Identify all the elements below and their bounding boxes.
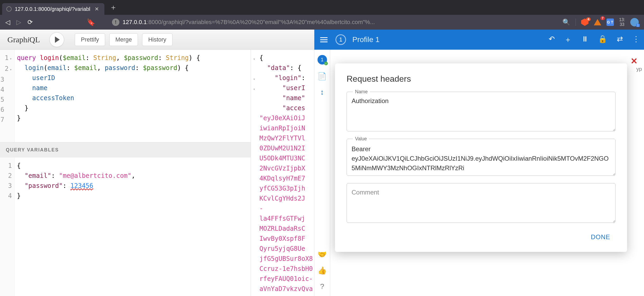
header-value-input[interactable] xyxy=(347,139,615,176)
name-label: Name xyxy=(353,89,370,95)
undo-icon[interactable]: ↶ xyxy=(549,35,555,45)
variables-code: { "email": "me@albertcito.com", "passwor… xyxy=(15,158,137,296)
done-button[interactable]: DONE xyxy=(586,230,615,244)
line-gutter: 1234 xyxy=(0,158,15,296)
add-icon[interactable]: ＋ xyxy=(564,35,572,45)
query-code: query login($email: String, $password: S… xyxy=(15,50,202,142)
divider xyxy=(576,18,576,26)
request-headers-modal: Request headers Name Value DONE xyxy=(335,63,627,252)
profile-number-badge: 1 xyxy=(335,34,346,45)
new-tab-button[interactable]: ＋ xyxy=(104,2,122,12)
help-icon[interactable]: ? xyxy=(320,282,324,291)
merge-button[interactable]: Merge xyxy=(109,33,138,46)
header-comment-input[interactable] xyxy=(347,183,615,223)
metamask-icon[interactable]: 7 xyxy=(594,19,601,25)
result-pane[interactable]: ▾▾▾ { "data": { "login": "userI "name" "… xyxy=(251,50,314,296)
menu-button[interactable] xyxy=(319,36,329,44)
close-icon[interactable]: ✕ xyxy=(631,56,638,66)
type-label: yp xyxy=(636,66,642,72)
variables-editor[interactable]: 1234 { "email": "me@albertcito.com", "pa… xyxy=(0,158,251,296)
url-bar[interactable]: ! 127.0.0.1:8000/graphiql/?variables=%7B… xyxy=(112,18,556,26)
bookmark-icon[interactable]: 🔖 xyxy=(87,18,95,26)
graphiql-logo: GraphiQL xyxy=(7,35,40,44)
value-label: Value xyxy=(353,136,369,142)
more-icon[interactable]: ⋮ xyxy=(632,35,640,45)
query-variables-header[interactable]: QUERY VARIABLES xyxy=(0,142,251,158)
globe-icon xyxy=(6,6,12,12)
translate-extension-icon[interactable]: G T xyxy=(606,18,614,26)
clock: 13: 33 xyxy=(619,17,625,27)
prettify-button[interactable]: Prettify xyxy=(75,33,105,46)
profile-avatar[interactable]: 1 xyxy=(630,18,639,26)
header-name-input[interactable] xyxy=(347,92,615,131)
profile-label[interactable]: Profile 1 xyxy=(352,35,380,44)
execute-button[interactable] xyxy=(49,32,64,47)
brave-shield-icon[interactable]: 4 xyxy=(581,18,589,26)
zoom-icon[interactable]: 🔍 xyxy=(562,18,570,26)
request-tab-1[interactable]: 1 ✓ xyxy=(318,55,327,64)
tab-title: 127.0.0.1:8000/graphiql/?variabl xyxy=(15,6,90,12)
site-info-icon[interactable]: ! xyxy=(112,18,119,26)
sort-icon[interactable]: ↕ xyxy=(320,88,324,96)
check-icon: ✓ xyxy=(324,62,328,65)
new-file-icon[interactable]: 📄 xyxy=(318,72,327,81)
result-json: { "data": { "login": "userI "name" "acce… xyxy=(259,53,314,293)
query-editor[interactable]: 1▾ 2▾ 3 4 5 6 7 query login($email: Stri… xyxy=(0,50,251,142)
handshake-icon[interactable]: 🤝 xyxy=(318,250,327,259)
reload-button[interactable]: ⟳ xyxy=(27,18,33,26)
history-button[interactable]: History xyxy=(142,33,172,46)
url-text: 127.0.0.1:8000/graphiql/?variables=%7B%0… xyxy=(123,19,375,26)
browser-tab[interactable]: 127.0.0.1:8000/graphiql/?variabl ✕ xyxy=(2,3,104,15)
line-gutter: 1▾ 2▾ 3 4 5 6 7 xyxy=(0,50,15,142)
thumbs-up-icon[interactable]: 👍 xyxy=(318,266,327,275)
lock-icon[interactable]: 🔒 xyxy=(598,35,607,45)
play-icon xyxy=(55,36,60,43)
back-button[interactable]: ◁ xyxy=(5,18,10,26)
swap-icon[interactable]: ⇄ xyxy=(617,35,623,45)
forward-button[interactable]: ▷ xyxy=(16,18,21,26)
modal-title: Request headers xyxy=(347,74,615,84)
pause-icon[interactable]: ⏸ xyxy=(581,35,589,45)
close-tab-icon[interactable]: ✕ xyxy=(94,5,100,13)
